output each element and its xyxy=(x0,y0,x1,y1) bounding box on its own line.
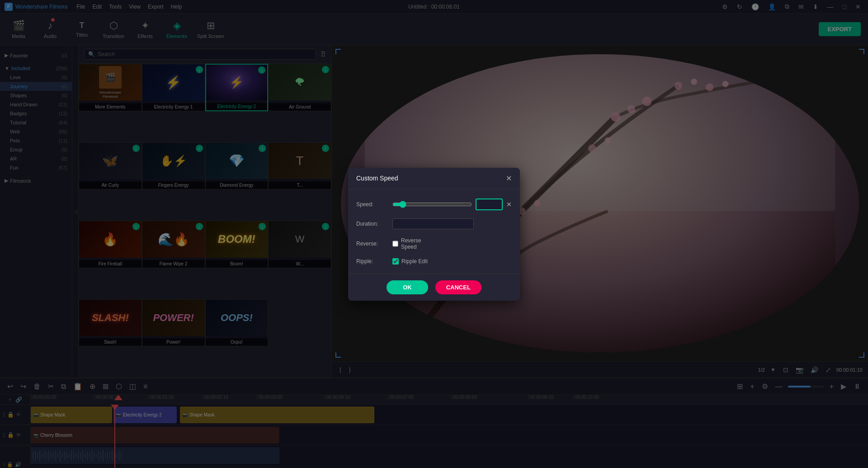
dialog-header: Custom Speed ✕ xyxy=(348,168,520,189)
duration-row: Duration: 00:00:04:23 xyxy=(356,218,512,229)
duration-field-content: 00:00:04:23 xyxy=(392,218,512,229)
reverse-checkbox-label[interactable]: Reverse Speed xyxy=(392,237,429,250)
ripple-checkbox-text: Ripple Edit xyxy=(401,258,428,265)
speed-input[interactable]: 1.00 xyxy=(476,199,503,210)
speed-row: Speed: 1.00 ✕ xyxy=(356,199,512,210)
cancel-button[interactable]: CANCEL xyxy=(435,280,481,294)
dialog-title: Custom Speed xyxy=(356,175,398,182)
reverse-label: Reverse: xyxy=(356,241,392,247)
ripple-checkbox-label[interactable]: Ripple Edit xyxy=(392,258,429,265)
reverse-row: Reverse: Reverse Speed xyxy=(356,237,512,250)
duration-label: Duration: xyxy=(356,221,392,227)
speed-reset-button[interactable]: ✕ xyxy=(506,201,512,208)
speed-slider[interactable] xyxy=(392,201,472,208)
reverse-checkbox[interactable] xyxy=(392,241,398,247)
speed-slider-wrap xyxy=(392,201,472,208)
custom-speed-dialog: Custom Speed ✕ Speed: 1.00 ✕ Duration: 0… xyxy=(348,168,520,301)
reverse-field-content: Reverse Speed xyxy=(392,237,512,250)
dialog-footer: OK CANCEL xyxy=(348,274,520,301)
ok-button[interactable]: OK xyxy=(387,280,428,294)
dialog-close-button[interactable]: ✕ xyxy=(506,174,512,183)
ripple-label: Ripple: xyxy=(356,258,392,265)
duration-input[interactable]: 00:00:04:23 xyxy=(392,218,474,229)
ripple-checkbox[interactable] xyxy=(392,258,399,265)
speed-field-content: 1.00 ✕ xyxy=(392,199,512,210)
reverse-checkbox-text: Reverse Speed xyxy=(401,237,429,250)
ripple-row: Ripple: Ripple Edit xyxy=(356,258,512,265)
dialog-overlay: Custom Speed ✕ Speed: 1.00 ✕ Duration: 0… xyxy=(0,0,868,468)
dialog-body: Speed: 1.00 ✕ Duration: 00:00:04:23 Reve… xyxy=(348,189,520,274)
ripple-field-content: Ripple Edit xyxy=(392,258,512,265)
speed-label: Speed: xyxy=(356,201,392,208)
